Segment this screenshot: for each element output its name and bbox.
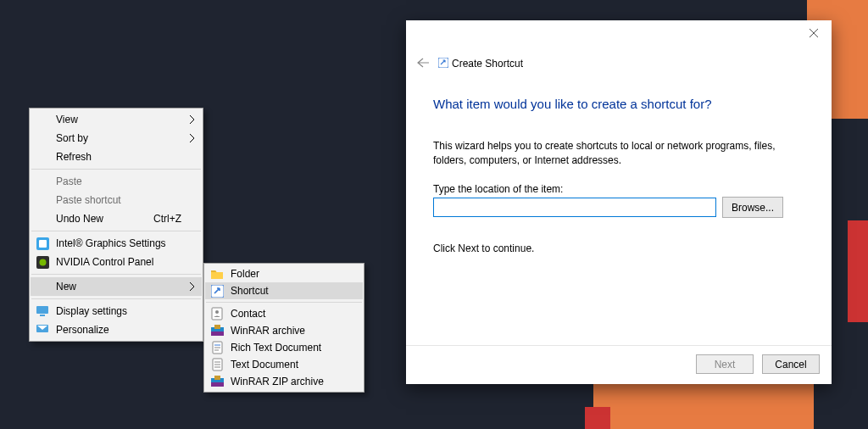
bg-block — [848, 220, 868, 322]
menu-item-personalize[interactable]: Personalize — [31, 320, 202, 339]
svg-rect-4 — [36, 306, 48, 314]
submenu-item-rtf[interactable]: Rich Text Document — [205, 339, 363, 356]
svg-rect-1 — [39, 240, 47, 248]
cancel-button[interactable]: Cancel — [762, 354, 820, 374]
dialog-heading: What item would you like to create a sho… — [433, 97, 711, 111]
submenu-item-contact[interactable]: Contact — [205, 305, 363, 322]
rtf-icon — [210, 341, 224, 354]
create-shortcut-dialog: Create Shortcut What item would you like… — [406, 20, 832, 384]
continue-hint: Click Next to continue. — [433, 242, 534, 254]
label: Sort by — [56, 132, 88, 144]
label: Rich Text Document — [231, 342, 321, 354]
menu-item-view[interactable]: View — [31, 110, 202, 129]
label: NVIDIA Control Panel — [56, 256, 153, 268]
separator — [31, 169, 201, 170]
label: Paste shortcut — [56, 194, 121, 206]
svg-point-3 — [39, 259, 46, 265]
label: Folder — [231, 268, 259, 280]
winrar-icon — [210, 324, 224, 337]
label: Paste — [56, 176, 82, 187]
menu-item-intel-graphics[interactable]: Intel® Graphics Settings — [31, 234, 202, 253]
folder-icon — [210, 267, 224, 281]
chevron-right-icon — [190, 115, 195, 124]
breadcrumb: Create Shortcut — [452, 58, 523, 70]
label: Text Document — [231, 359, 298, 370]
separator — [31, 231, 201, 231]
menu-item-nvidia[interactable]: NVIDIA Control Panel — [31, 253, 202, 271]
next-button[interactable]: Next — [696, 354, 754, 374]
label: Display settings — [56, 305, 127, 317]
label: Personalize — [56, 324, 109, 336]
close-button[interactable] — [796, 20, 832, 46]
label: New — [56, 281, 76, 292]
label: Shortcut — [231, 285, 269, 297]
submenu-item-shortcut[interactable]: Shortcut — [205, 282, 363, 299]
label: Undo New — [56, 213, 103, 225]
button-bar: Next Cancel — [406, 345, 832, 384]
label: Refresh — [56, 151, 92, 163]
new-submenu: Folder Shortcut Contact WinRAR archive R… — [203, 263, 364, 393]
menu-item-paste: Paste — [31, 172, 202, 191]
menu-item-new[interactable]: New — [31, 277, 202, 296]
svg-point-9 — [215, 310, 219, 314]
intel-icon — [36, 237, 49, 250]
location-label: Type the location of the item: — [433, 183, 563, 195]
contact-icon — [210, 307, 224, 320]
label: Intel® Graphics Settings — [56, 237, 166, 249]
svg-rect-12 — [214, 325, 220, 329]
svg-rect-24 — [438, 58, 448, 68]
chevron-right-icon — [190, 134, 195, 142]
menu-item-refresh[interactable]: Refresh — [31, 148, 202, 166]
submenu-item-winrar[interactable]: WinRAR archive — [205, 322, 363, 339]
menu-item-sort-by[interactable]: Sort by — [31, 129, 202, 148]
location-input[interactable] — [433, 198, 716, 217]
svg-rect-23 — [214, 376, 220, 380]
submenu-item-folder[interactable]: Folder — [205, 265, 363, 282]
winrar-zip-icon — [210, 375, 224, 388]
submenu-item-winrar-zip[interactable]: WinRAR ZIP archive — [205, 373, 363, 390]
separator — [31, 298, 201, 299]
shortcut-text: Ctrl+Z — [153, 213, 181, 225]
display-icon — [36, 304, 49, 318]
chevron-right-icon — [190, 282, 195, 291]
bg-block — [585, 407, 610, 429]
svg-rect-5 — [40, 315, 45, 316]
label: WinRAR archive — [231, 325, 305, 337]
label: View — [56, 114, 78, 125]
menu-item-paste-shortcut: Paste shortcut — [31, 191, 202, 209]
dialog-description: This wizard helps you to create shortcut… — [433, 139, 798, 169]
personalize-icon — [36, 323, 49, 337]
separator — [31, 274, 201, 275]
shortcut-icon — [210, 284, 224, 298]
menu-item-undo-new[interactable]: Undo New Ctrl+Z — [31, 209, 202, 228]
label: Contact — [231, 308, 265, 320]
txt-icon — [210, 358, 224, 371]
separator — [406, 345, 832, 346]
nvidia-icon — [36, 255, 49, 269]
label: WinRAR ZIP archive — [231, 376, 324, 387]
browse-button[interactable]: Browse... — [722, 197, 783, 218]
back-button[interactable] — [416, 58, 430, 70]
separator — [206, 302, 362, 303]
submenu-item-txt[interactable]: Text Document — [205, 356, 363, 373]
desktop-context-menu: View Sort by Refresh Paste Paste shortcu… — [29, 108, 203, 342]
menu-item-display-settings[interactable]: Display settings — [31, 302, 202, 320]
shortcut-icon — [438, 58, 448, 70]
